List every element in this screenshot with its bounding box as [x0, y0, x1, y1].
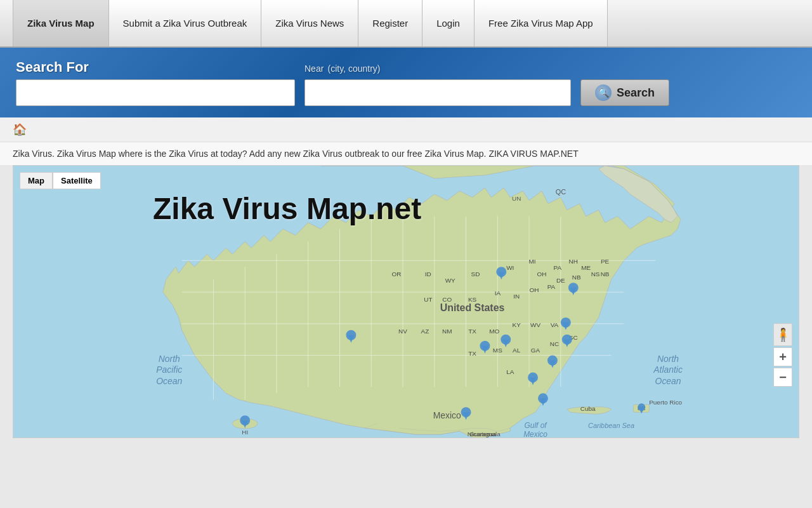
search-near-label: Near (city, country) — [304, 59, 571, 76]
svg-text:Nicaragua: Nicaragua — [468, 431, 497, 438]
nav-tab-map[interactable]: Zika Virus Map — [13, 0, 109, 46]
map-zoom-in-button[interactable]: + — [773, 347, 792, 366]
map-type-map[interactable]: Map — [20, 172, 53, 189]
map-watermark: Zika Virus Map.net — [153, 191, 421, 226]
svg-text:Pacific: Pacific — [156, 364, 182, 375]
svg-text:WI: WI — [506, 264, 514, 271]
svg-text:WY: WY — [445, 277, 455, 284]
search-section: Search For Near (city, country) 🔍 Search — [0, 48, 812, 117]
svg-text:OH: OH — [530, 286, 539, 293]
search-for-group: Search For — [16, 59, 295, 106]
nav-tab-login[interactable]: Login — [422, 0, 475, 46]
search-icon: 🔍 — [595, 84, 612, 101]
svg-text:UT: UT — [424, 296, 432, 303]
search-button-label: Search — [617, 86, 655, 100]
svg-text:NC: NC — [550, 340, 559, 347]
svg-text:DE: DE — [556, 277, 565, 284]
svg-text:TX: TX — [468, 328, 476, 335]
nav-tab-register[interactable]: Register — [358, 0, 422, 46]
svg-text:Atlantic: Atlantic — [653, 364, 683, 375]
home-icon[interactable]: 🏠 — [13, 123, 27, 137]
map-zoom-out-button[interactable]: − — [773, 368, 792, 387]
svg-text:NH: NH — [569, 258, 578, 265]
map-type-controls: Map Satellite — [20, 172, 101, 189]
svg-text:UN: UN — [512, 195, 521, 202]
breadcrumb: 🏠 — [0, 117, 812, 142]
svg-text:MS: MS — [493, 347, 502, 354]
nav-tab-submit[interactable]: Submit a Zika Virus Outbreak — [108, 0, 262, 46]
svg-text:WV: WV — [530, 321, 540, 328]
svg-text:KY: KY — [513, 321, 521, 328]
svg-text:North: North — [159, 354, 180, 364]
svg-text:PA: PA — [554, 264, 562, 271]
svg-text:TX: TX — [468, 350, 476, 357]
svg-text:Mexico: Mexico — [523, 430, 547, 438]
svg-text:Cuba: Cuba — [580, 405, 596, 412]
svg-text:Ocean: Ocean — [655, 376, 681, 386]
svg-text:IA: IA — [495, 290, 501, 297]
svg-text:PE: PE — [601, 258, 610, 265]
svg-text:NM: NM — [442, 328, 452, 335]
nav-tab-app[interactable]: Free Zika Virus Map App — [474, 0, 608, 46]
map-container: Map Satellite Zika Virus Map.net — [13, 165, 799, 438]
svg-text:AL: AL — [513, 347, 521, 354]
svg-text:MI: MI — [529, 258, 536, 265]
search-near-input[interactable] — [304, 79, 571, 106]
page-description: Zika Virus. Zika Virus Map where is the … — [0, 142, 812, 165]
svg-text:HI: HI — [242, 429, 248, 436]
svg-text:ID: ID — [425, 271, 431, 277]
svg-text:NB: NB — [601, 271, 610, 277]
svg-text:NS: NS — [591, 271, 600, 277]
map-type-satellite[interactable]: Satellite — [53, 172, 101, 189]
svg-text:GA: GA — [531, 347, 540, 354]
svg-text:OH: OH — [537, 271, 547, 277]
svg-text:OR: OR — [392, 271, 402, 277]
svg-text:QC: QC — [556, 188, 566, 196]
svg-text:Caribbean Sea: Caribbean Sea — [588, 422, 634, 429]
svg-text:Ocean: Ocean — [156, 376, 182, 386]
svg-text:VA: VA — [551, 321, 559, 328]
svg-text:MO: MO — [489, 328, 499, 335]
svg-text:NB: NB — [572, 274, 581, 281]
svg-text:PA: PA — [547, 283, 556, 290]
svg-text:North: North — [657, 354, 679, 364]
svg-text:NV: NV — [398, 328, 407, 335]
nav-tab-news[interactable]: Zika Virus News — [261, 0, 358, 46]
svg-text:SD: SD — [471, 271, 480, 277]
svg-text:United States: United States — [440, 302, 505, 313]
navigation: Zika Virus Map Submit a Zika Virus Outbr… — [0, 0, 812, 48]
svg-text:Mexico: Mexico — [433, 410, 461, 420]
svg-text:IN: IN — [513, 293, 520, 300]
search-for-input[interactable] — [16, 79, 295, 106]
map-street-view-button[interactable]: 🧍 — [773, 323, 792, 346]
search-button[interactable]: 🔍 Search — [580, 79, 669, 106]
search-for-label: Search For — [16, 59, 295, 76]
map-zoom-controls: 🧍 + − — [773, 323, 792, 387]
svg-text:Gulf of: Gulf of — [524, 421, 547, 430]
svg-text:Puerto Rico: Puerto Rico — [649, 399, 682, 406]
search-near-group: Near (city, country) — [304, 59, 571, 106]
svg-text:LA: LA — [506, 368, 514, 375]
svg-text:AZ: AZ — [421, 328, 429, 335]
svg-text:ME: ME — [581, 264, 591, 271]
